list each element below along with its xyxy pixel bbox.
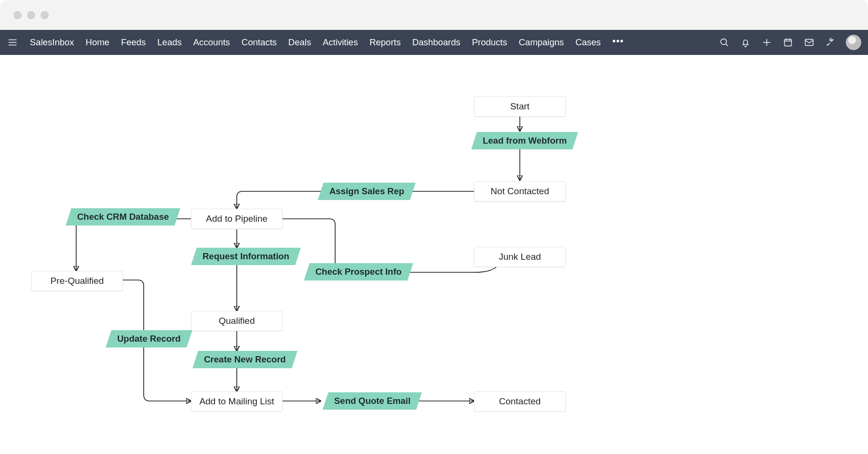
node-label: Add to Pipeline <box>206 214 268 224</box>
node-add-pipeline[interactable]: Add to Pipeline <box>191 209 283 229</box>
nav-item-reports[interactable]: Reports <box>369 37 401 48</box>
mail-icon[interactable] <box>803 37 815 48</box>
pill-label: Lead from Webform <box>483 135 567 146</box>
node-start[interactable]: Start <box>474 96 566 117</box>
pill-lead-webform[interactable]: Lead from Webform <box>471 132 578 149</box>
tools-icon[interactable] <box>825 37 836 48</box>
pill-check-prospect[interactable]: Check Prospect Info <box>304 263 413 280</box>
node-label: Qualified <box>219 316 255 326</box>
node-label: Add to Mailing List <box>199 396 274 407</box>
top-nav: SalesInbox Home Feeds Leads Accounts Con… <box>0 30 868 55</box>
pill-label: Assign Sales Rep <box>329 186 404 197</box>
nav-item-feeds[interactable]: Feeds <box>121 37 146 48</box>
avatar[interactable] <box>846 35 861 50</box>
pill-label: Update Record <box>117 334 181 344</box>
nav-item-dashboards[interactable]: Dashboards <box>412 37 461 48</box>
hamburger-icon[interactable] <box>7 37 18 48</box>
svg-rect-7 <box>785 40 792 46</box>
nav-item-accounts[interactable]: Accounts <box>193 37 230 48</box>
nav-item-deals[interactable]: Deals <box>288 37 311 48</box>
window-dot-zoom[interactable] <box>41 11 49 19</box>
node-junk-lead[interactable]: Junk Lead <box>474 247 566 267</box>
browser-chrome <box>0 0 868 30</box>
pill-label: Check Prospect Info <box>315 267 402 277</box>
node-pre-qualified[interactable]: Pre-Qualified <box>31 271 123 291</box>
node-label: Not Contacted <box>490 186 549 197</box>
calendar-icon[interactable] <box>782 37 794 48</box>
svg-point-3 <box>721 39 727 45</box>
node-not-contacted[interactable]: Not Contacted <box>474 181 566 201</box>
node-label: Contacted <box>499 396 541 407</box>
node-label: Start <box>510 101 529 112</box>
node-label: Pre-Qualified <box>51 276 104 286</box>
pill-label: Send Quote Email <box>334 396 410 406</box>
bell-icon[interactable] <box>740 37 751 48</box>
window-dot-minimize[interactable] <box>27 11 35 19</box>
pill-check-crm[interactable]: Check CRM Database <box>66 208 180 226</box>
node-label: Junk Lead <box>499 252 541 262</box>
nav-item-more[interactable]: ••• <box>612 36 624 50</box>
node-mailing-list[interactable]: Add to Mailing List <box>191 391 283 412</box>
node-qualified[interactable]: Qualified <box>191 311 283 331</box>
nav-item-home[interactable]: Home <box>86 37 109 48</box>
pill-request-info[interactable]: Request Information <box>191 248 301 265</box>
nav-item-contacts[interactable]: Contacts <box>242 37 277 48</box>
plus-icon[interactable] <box>761 37 773 48</box>
nav-brand[interactable]: SalesInbox <box>30 37 74 48</box>
pill-create-record[interactable]: Create New Record <box>192 351 297 368</box>
pill-send-quote[interactable]: Send Quote Email <box>323 392 422 410</box>
flow-edges <box>0 55 868 454</box>
pill-update-record[interactable]: Update Record <box>106 330 192 347</box>
nav-item-leads[interactable]: Leads <box>157 37 181 48</box>
search-icon[interactable] <box>719 37 730 48</box>
node-contacted[interactable]: Contacted <box>474 391 566 412</box>
nav-item-activities[interactable]: Activities <box>323 37 358 48</box>
window-dot-close[interactable] <box>14 11 22 19</box>
pill-assign-rep[interactable]: Assign Sales Rep <box>318 183 416 200</box>
pill-label: Request Information <box>203 251 289 262</box>
pill-label: Check CRM Database <box>77 212 169 222</box>
pill-label: Create New Record <box>204 354 286 365</box>
nav-item-cases[interactable]: Cases <box>575 37 600 48</box>
nav-item-campaigns[interactable]: Campaigns <box>519 37 564 48</box>
svg-line-4 <box>726 44 728 46</box>
nav-item-products[interactable]: Products <box>472 37 507 48</box>
flowchart-canvas[interactable]: Start Not Contacted Add to Pipeline Junk… <box>0 55 868 454</box>
